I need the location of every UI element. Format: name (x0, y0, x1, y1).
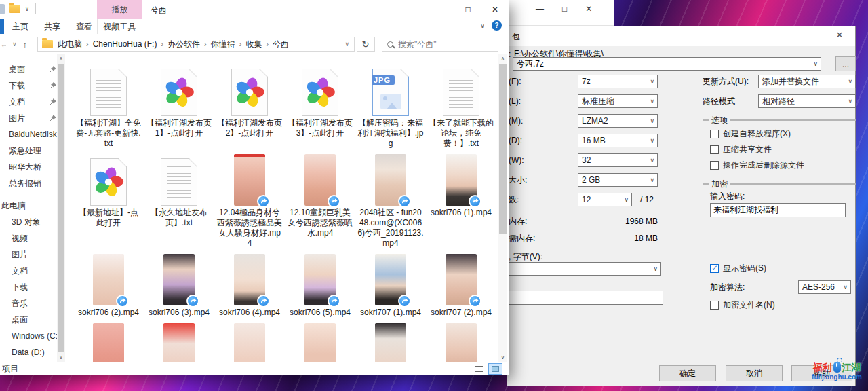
scroll-down-icon[interactable]: ∨ (498, 354, 507, 360)
file-item[interactable]: 12.04極品身材兮西紫薇誘惑極品美女人騷身材好.mp4 (214, 153, 285, 248)
file-item[interactable] (426, 322, 496, 362)
breadcrumb-folder-2[interactable]: 你懂得 (211, 39, 235, 50)
search-box[interactable] (382, 37, 498, 52)
algo-label: 加密算法: (710, 280, 745, 294)
up-button[interactable]: ↑ (23, 39, 28, 50)
file-item[interactable]: 【永久地址发布页】.txt (144, 153, 214, 248)
scrollbar-thumb[interactable] (58, 64, 64, 352)
ok-button[interactable]: 确定 (659, 365, 716, 381)
word-size-select[interactable]: 32∨ (578, 153, 658, 167)
close-icon[interactable]: ✕ (831, 30, 848, 42)
level-select[interactable]: 标准压缩∨ (578, 94, 658, 108)
file-item[interactable]: sokrl707 (1).mp4 (355, 253, 426, 318)
refresh-button[interactable]: ↻ (357, 37, 375, 52)
solid-size-select[interactable]: 2 GB∨ (578, 173, 658, 187)
encryption-algo-select[interactable]: AES-256∨ (798, 280, 851, 294)
file-item[interactable]: 【福利江湖发布页2】-点此打开 (214, 63, 285, 149)
scrollbar-thumb[interactable] (499, 64, 507, 234)
checkbox-checked-icon[interactable] (710, 264, 719, 273)
tab-video-tools[interactable]: 视频工具 (97, 19, 142, 34)
dictionary-select[interactable]: 16 MB∨ (578, 134, 658, 147)
file-item[interactable]: 【福利江湖发布页1】-点此打开 (144, 63, 214, 149)
contextual-group-play[interactable]: 播放 (97, 0, 142, 19)
divider (35, 3, 36, 14)
checkbox-icon[interactable] (710, 161, 719, 170)
file-item[interactable]: sokrl707 (2).mp4 (426, 253, 496, 318)
encrypt-names-option[interactable]: 加密文件名(N) (710, 299, 775, 310)
close-icon[interactable]: ✕ (585, 4, 592, 14)
threads-select[interactable]: 12∨ (578, 193, 632, 206)
tab-view[interactable]: 查看 (76, 19, 92, 34)
file-list-scrollbar[interactable]: ∧ ∨ (498, 54, 507, 362)
help-icon[interactable]: ? (492, 20, 502, 31)
password-field[interactable] (710, 203, 846, 217)
file-item[interactable] (144, 322, 214, 362)
maximize-icon[interactable]: □ (562, 4, 567, 14)
shared-files-option[interactable]: 压缩共享文件 (710, 144, 772, 155)
file-item[interactable] (355, 322, 426, 362)
delete-after-option[interactable]: 操作完成后删除源文件 (710, 160, 804, 170)
file-item[interactable]: sokrl706 (5).mp4 (285, 253, 355, 318)
show-password-option[interactable]: 显示密码(S) (710, 263, 766, 274)
sfx-option[interactable]: 创建自释放程序(X) (710, 128, 791, 139)
archive-name-combo[interactable]: ∨ (513, 57, 821, 71)
update-mode-select[interactable]: 添加并替换文件∨ (758, 75, 856, 88)
chevron-down-icon: ∨ (650, 78, 654, 85)
file-item[interactable]: sokrl706 (4).mp4 (214, 253, 285, 318)
breadcrumb-drive[interactable]: ChenHuoHua (F:) (93, 39, 157, 49)
cancel-button[interactable]: 取消 (726, 365, 783, 381)
browse-button[interactable]: ... (835, 56, 856, 71)
file-item[interactable]: 12.10童顔巨乳美女兮西誘惑紫薇噴水.mp4 (285, 153, 355, 248)
file-item[interactable] (73, 322, 144, 362)
file-item[interactable]: sokrl706 (1).mp4 (426, 153, 496, 248)
close-button[interactable]: ✕ (481, 0, 509, 19)
checkbox-icon[interactable] (710, 301, 719, 310)
checkbox-icon[interactable] (710, 130, 719, 138)
checkbox-icon[interactable] (710, 145, 719, 154)
file-item[interactable]: 2048社区 - fun2048.com@(XC0066)兮西_20191123… (355, 153, 426, 248)
minimize-icon[interactable]: — (536, 4, 544, 14)
collapse-ribbon-icon[interactable]: ∨ (480, 22, 485, 29)
chevron-down-icon[interactable]: ∨ (344, 41, 349, 48)
sidebar-scrollbar[interactable]: ∧ ∨ (57, 54, 65, 362)
file-item[interactable]: JPG【解压密码：来福利江湖找福利】.jpg (355, 63, 426, 149)
tab-share[interactable]: 共享 (44, 19, 60, 34)
volume-size-select[interactable]: ∨ (509, 262, 661, 276)
method-select[interactable]: LZMA2∨ (578, 114, 658, 128)
recent-locations-icon[interactable]: ∨ (12, 41, 17, 48)
breadcrumb-folder-1[interactable]: 办公软件 (167, 39, 200, 50)
file-item[interactable]: 【最新地址】-点此打开 (73, 153, 144, 248)
back-button[interactable]: ← (0, 39, 6, 50)
search-input[interactable] (398, 39, 503, 49)
file-menu-button[interactable] (0, 19, 4, 34)
file-item[interactable]: 【来了就能下载的论坛，纯免费！】.txt (426, 63, 496, 149)
tab-home[interactable]: 主页 (12, 19, 28, 34)
file-item[interactable]: 【福利江湖发布页3】-点此打开 (285, 63, 355, 149)
scroll-up-icon[interactable]: ∧ (498, 56, 507, 62)
breadcrumb-folder-4[interactable]: 兮西 (273, 39, 289, 50)
format-select[interactable]: 7z∨ (578, 75, 658, 88)
parameters-field[interactable] (509, 291, 663, 305)
maximize-button[interactable]: □ (454, 0, 481, 19)
video-thumbnail (375, 154, 406, 206)
path-mode-select[interactable]: 相对路径∨ (758, 94, 856, 108)
breadcrumb-this-pc[interactable]: 此电脑 (58, 39, 82, 50)
minimize-button[interactable]: — (427, 0, 454, 19)
chevron-down-icon[interactable]: ∨ (25, 6, 29, 12)
scroll-down-icon[interactable]: ∨ (57, 354, 65, 360)
file-item[interactable] (285, 322, 355, 362)
video-thumbnail (163, 254, 195, 305)
password-input[interactable] (713, 204, 842, 217)
breadcrumb[interactable]: 此电脑› ChenHuoHua (F:)› 办公软件› 你懂得› 收集› 兮西 … (37, 37, 355, 52)
scroll-up-icon[interactable]: ∧ (57, 56, 65, 62)
chevron-down-icon: ∨ (848, 98, 852, 105)
file-item[interactable]: 【福利江湖】全免费-无套路-更新快.txt (73, 63, 144, 149)
file-item[interactable]: sokrl706 (2).mp4 (73, 253, 144, 318)
archive-name-input[interactable] (517, 59, 810, 69)
breadcrumb-folder-3[interactable]: 收集 (245, 39, 262, 50)
details-view-button[interactable] (472, 363, 486, 375)
file-item[interactable] (214, 322, 285, 362)
thumbnail-view-button[interactable] (488, 363, 502, 375)
minimize-icon: — (437, 5, 445, 14)
file-item[interactable]: sokrl706 (3).mp4 (144, 253, 214, 318)
